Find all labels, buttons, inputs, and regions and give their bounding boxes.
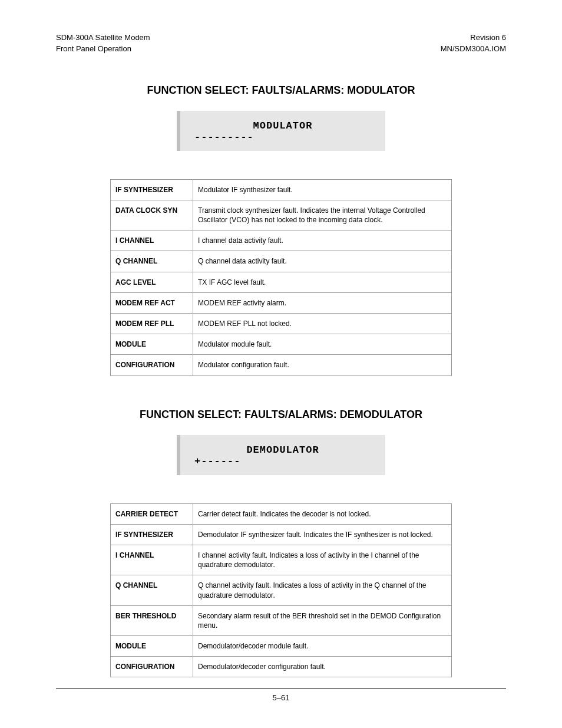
table-row: MODULEDemodulator/decoder module fault. — [111, 636, 452, 657]
section1-title: FUNCTION SELECT: FAULTS/ALARMS: MODULATO… — [56, 84, 506, 97]
param-name: CONFIGURATION — [111, 355, 193, 375]
page-header: SDM-300A Satellite Modem Front Panel Ope… — [56, 32, 506, 55]
revision: Revision 6 — [441, 32, 506, 44]
lcd-line: --------- — [191, 131, 375, 143]
param-desc: Q channel activity fault. Indicates a lo… — [193, 575, 452, 605]
modulator-table: IF SYNTHESIZERModulator IF synthesizer f… — [110, 179, 452, 376]
param-desc: Demodulator/decoder module fault. — [193, 636, 452, 657]
param-name: MODEM REF PLL — [111, 314, 193, 334]
header-left: SDM-300A Satellite Modem Front Panel Ope… — [56, 32, 150, 55]
param-name: IF SYNTHESIZER — [111, 179, 193, 200]
param-name: IF SYNTHESIZER — [111, 524, 193, 545]
param-name: CONFIGURATION — [111, 657, 193, 677]
table-row: IF SYNTHESIZERModulator IF synthesizer f… — [111, 179, 452, 200]
table-row: MODEM REF ACTMODEM REF activity alarm. — [111, 292, 452, 313]
lcd-line: DEMODULATOR — [191, 444, 375, 456]
param-name: DATA CLOCK SYN — [111, 200, 193, 230]
table-row: CONFIGURATIONDemodulator/decoder configu… — [111, 657, 452, 677]
param-desc: I channel data activity fault. — [193, 230, 452, 251]
table-row: BER THRESHOLDSecondary alarm result of t… — [111, 605, 452, 635]
table-row: CARRIER DETECTCarrier detect fault. Indi… — [111, 503, 452, 524]
section2-title: FUNCTION SELECT: FAULTS/ALARMS: DEMODULA… — [56, 409, 506, 421]
table-row: MODULEModulator module fault. — [111, 334, 452, 355]
doc-title: SDM-300A Satellite Modem — [56, 32, 150, 44]
param-name: I CHANNEL — [111, 230, 193, 251]
lcd-line: +------ — [191, 456, 375, 467]
param-desc: Q channel data activity fault. — [193, 251, 452, 272]
table-row: Q CHANNELQ channel activity fault. Indic… — [111, 575, 452, 605]
lcd-line: MODULATOR — [191, 120, 375, 131]
param-name: Q CHANNEL — [111, 575, 193, 605]
param-desc: I channel activity fault. Indicates a lo… — [193, 545, 452, 575]
demodulator-lcd: DEMODULATOR +------ — [177, 435, 385, 475]
demodulator-table: CARRIER DETECTCarrier detect fault. Indi… — [110, 503, 452, 678]
param-desc: MODEM REF PLL not locked. — [193, 314, 452, 334]
param-desc: Modulator configuration fault. — [193, 355, 452, 375]
doc-subtitle: Front Panel Operation — [56, 44, 150, 55]
param-name: BER THRESHOLD — [111, 605, 193, 635]
param-desc: Modulator module fault. — [193, 334, 452, 355]
param-name: AGC LEVEL — [111, 272, 193, 292]
table-row: CONFIGURATIONModulator configuration fau… — [111, 355, 452, 375]
table-row: AGC LEVELTX IF AGC level fault. — [111, 272, 452, 292]
param-desc: Modulator IF synthesizer fault. — [193, 179, 452, 200]
param-name: Q CHANNEL — [111, 251, 193, 272]
modulator-lcd: MODULATOR --------- — [177, 111, 385, 151]
param-name: I CHANNEL — [111, 545, 193, 575]
table-row: I CHANNELI channel data activity fault. — [111, 230, 452, 251]
table-row: I CHANNELI channel activity fault. Indic… — [111, 545, 452, 575]
param-desc: Demodulator/decoder configuration fault. — [193, 657, 452, 677]
table-row: IF SYNTHESIZERDemodulator IF synthesizer… — [111, 524, 452, 545]
param-desc: Demodulator IF synthesizer fault. Indica… — [193, 524, 452, 545]
param-desc: MODEM REF activity alarm. — [193, 292, 452, 313]
table-row: DATA CLOCK SYNTransmit clock synthesizer… — [111, 200, 452, 230]
doc-number: MN/SDM300A.IOM — [441, 44, 506, 55]
param-desc: TX IF AGC level fault. — [193, 272, 452, 292]
table-row: Q CHANNELQ channel data activity fault. — [111, 251, 452, 272]
param-name: CARRIER DETECT — [111, 503, 193, 524]
param-name: MODULE — [111, 636, 193, 657]
table-row: MODEM REF PLLMODEM REF PLL not locked. — [111, 314, 452, 334]
param-desc: Transmit clock synthesizer fault. Indica… — [193, 200, 452, 230]
param-desc: Secondary alarm result of the BER thresh… — [193, 605, 452, 635]
param-name: MODULE — [111, 334, 193, 355]
footer-rule — [56, 689, 506, 689]
param-desc: Carrier detect fault. Indicates the deco… — [193, 503, 452, 524]
header-right: Revision 6 MN/SDM300A.IOM — [441, 32, 506, 55]
param-name: MODEM REF ACT — [111, 292, 193, 313]
page-number: 5–61 — [0, 693, 562, 702]
